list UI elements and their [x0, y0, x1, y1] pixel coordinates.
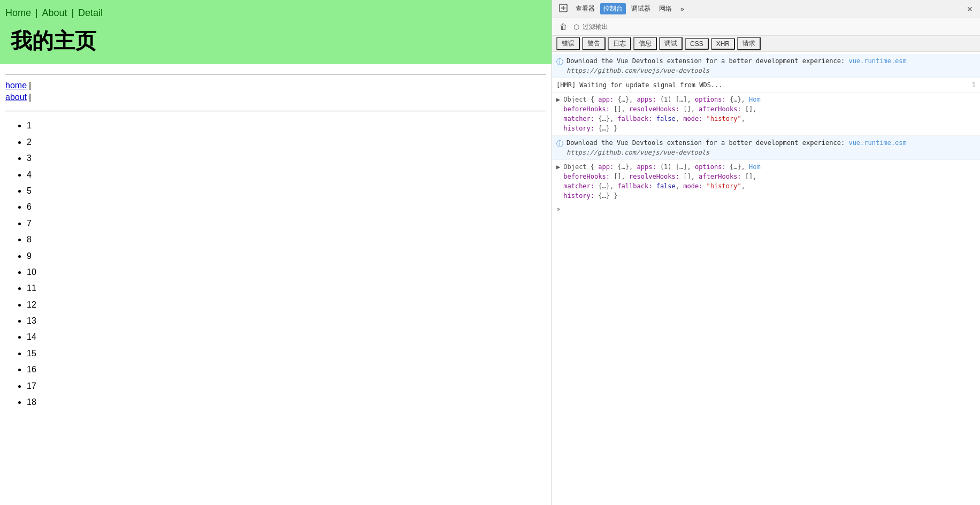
obj-text-2c: matcher: {…}, fallback: false, mode: "hi… — [563, 182, 745, 190]
content-area: home | about | 1234567891011121314151617… — [0, 64, 552, 416]
console-more: » — [552, 203, 980, 215]
obj-text-2a: Object { app: {…}, apps: (1) […], option… — [563, 163, 745, 171]
sub-nav-about-link[interactable]: about — [5, 93, 27, 102]
debugger-tab-button[interactable]: 调试器 — [628, 3, 654, 14]
log-tab-css[interactable]: CSS — [685, 38, 709, 50]
log-tab-debug[interactable]: 调试 — [659, 37, 683, 50]
list-item: 2 — [27, 134, 546, 150]
list-section: 123456789101112131415161718 — [5, 116, 546, 410]
sub-nav-sep-home: | — [29, 81, 31, 90]
nav-sep-2: | — [71, 7, 74, 18]
close-devtools-button[interactable]: ✕ — [964, 3, 976, 15]
entry-body-hmr: [HMR] Waiting for update signal from WDS… — [556, 80, 976, 90]
divider-bottom — [5, 111, 546, 111]
devtools-log-tabs: 错误 警告 日志 信息 调试 CSS XHR 请求 — [552, 36, 980, 52]
console-entry-hmr: [HMR] Waiting for update signal from WDS… — [552, 78, 980, 93]
nav-detail-link[interactable]: Detail — [78, 7, 103, 18]
obj-text-2b: beforeHooks: [], resolveHooks: [], after… — [563, 173, 756, 180]
more-tools-button[interactable]: » — [677, 4, 687, 14]
sub-nav-home-link[interactable]: home — [5, 81, 27, 90]
console-entry-obj1: ▶ Object { app: {…}, apps: (1) […], opti… — [552, 93, 980, 136]
list-item: 18 — [27, 394, 546, 410]
hmr-count: 1 — [972, 80, 976, 90]
list-item: 14 — [27, 329, 546, 345]
console-entry-obj2: ▶ Object { app: {…}, apps: (1) […], opti… — [552, 160, 980, 203]
nav-about-link[interactable]: About — [42, 7, 67, 18]
entry-link-2[interactable]: vue.runtime.esm — [848, 139, 906, 147]
console-tab-button[interactable]: 控制台 — [600, 3, 626, 14]
sub-nav-sep-about: | — [29, 93, 31, 102]
list-item: 3 — [27, 150, 546, 166]
obj-text-1b: beforeHooks: [], resolveHooks: [], after… — [563, 105, 756, 113]
log-tab-logs[interactable]: 日志 — [608, 37, 631, 50]
list-item: 4 — [27, 167, 546, 183]
devtools-panel: 查看器 控制台 调试器 网络 » ✕ 🗑 ⬡ 过滤输出 错误 警告 日志 信息 … — [552, 0, 980, 505]
list-item: 10 — [27, 264, 546, 280]
sub-nav-item-home: home | — [5, 81, 546, 90]
info-icon-2: ⓘ — [556, 139, 563, 157]
obj-arrow-2[interactable]: ▶ — [556, 162, 560, 201]
devtools-filter-bar: 🗑 ⬡ 过滤输出 — [552, 18, 980, 36]
list-item: 13 — [27, 313, 546, 329]
list-item: 9 — [27, 248, 546, 264]
divider-top — [5, 74, 546, 74]
list-item: 16 — [27, 362, 546, 378]
entry-italic-1: https://github.com/vuejs/vue-devtools — [566, 67, 709, 74]
entry-body-obj2: Object { app: {…}, apps: (1) […], option… — [563, 162, 976, 201]
log-tab-errors[interactable]: 错误 — [556, 37, 580, 50]
log-tab-info[interactable]: 信息 — [633, 37, 657, 50]
list-item: 7 — [27, 216, 546, 232]
clear-console-button[interactable]: 🗑 — [556, 20, 570, 33]
obj-link-1[interactable]: Hom — [749, 96, 761, 103]
console-entry-1: ⓘ Download the Vue Devtools extension fo… — [552, 54, 980, 78]
number-list: 123456789101112131415161718 — [16, 118, 546, 410]
info-icon-1: ⓘ — [556, 57, 563, 75]
log-tab-warnings[interactable]: 警告 — [582, 37, 606, 50]
entry-italic-2: https://github.com/vuejs/vue-devtools — [566, 149, 709, 156]
nav-sep-1: | — [35, 7, 38, 18]
list-item: 1 — [27, 118, 546, 134]
list-item: 15 — [27, 346, 546, 362]
list-item: 8 — [27, 232, 546, 248]
console-entry-2: ⓘ Download the Vue Devtools extension fo… — [552, 136, 980, 160]
list-item: 17 — [27, 378, 546, 394]
list-item: 11 — [27, 280, 546, 296]
obj-text-1c: matcher: {…}, fallback: false, mode: "hi… — [563, 115, 745, 123]
filter-label: 过滤输出 — [583, 22, 608, 32]
sub-nav: home | about | — [5, 79, 546, 106]
nav-bar: Home | About | Detail 我的主页 — [0, 0, 552, 64]
list-item: 12 — [27, 297, 546, 313]
entry-text-1: Download the Vue Devtools extension for … — [566, 57, 848, 65]
inspect-button[interactable] — [556, 2, 570, 16]
entry-body-obj1: Object { app: {…}, apps: (1) […], option… — [563, 95, 976, 133]
entry-body-2: Download the Vue Devtools extension for … — [566, 138, 976, 157]
list-item: 5 — [27, 183, 546, 199]
list-item: 6 — [27, 199, 546, 215]
entry-link-1[interactable]: vue.runtime.esm — [848, 57, 906, 65]
entry-text-hmr: [HMR] Waiting for update signal from WDS… — [556, 81, 723, 89]
entry-text-2: Download the Vue Devtools extension for … — [566, 139, 848, 147]
log-tab-requests[interactable]: 请求 — [737, 37, 761, 50]
log-tab-xhr[interactable]: XHR — [711, 38, 735, 50]
network-tab-button[interactable]: 网络 — [656, 3, 675, 14]
obj-text-1a: Object { app: {…}, apps: (1) […], option… — [563, 96, 745, 103]
filter-icon: ⬡ — [573, 23, 579, 31]
console-output[interactable]: ⓘ Download the Vue Devtools extension fo… — [552, 52, 980, 505]
viewer-tab-button[interactable]: 查看器 — [572, 3, 598, 14]
sub-nav-item-about: about | — [5, 93, 546, 102]
obj-text-2d: history: {…} } — [563, 192, 617, 200]
obj-text-1d: history: {…} } — [563, 125, 617, 132]
entry-body-1: Download the Vue Devtools extension for … — [566, 56, 976, 75]
page-title: 我的主页 — [5, 27, 102, 58]
browser-content: Home | About | Detail 我的主页 home | about … — [0, 0, 552, 505]
obj-arrow-1[interactable]: ▶ — [556, 95, 560, 133]
nav-home-link[interactable]: Home — [5, 7, 31, 18]
obj-link-2[interactable]: Hom — [749, 163, 761, 171]
devtools-toolbar: 查看器 控制台 调试器 网络 » ✕ — [552, 0, 980, 18]
